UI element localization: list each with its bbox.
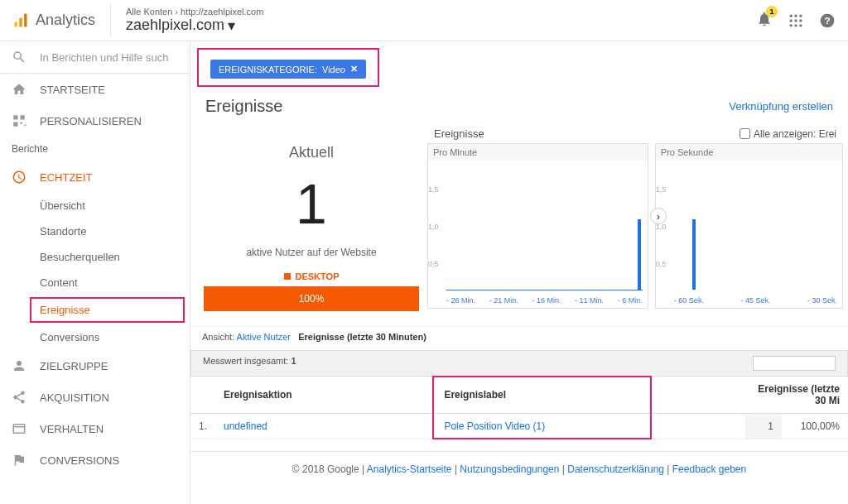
svg-point-9 — [790, 24, 793, 26]
create-link-label: Verknüpfung erstellen — [729, 100, 833, 113]
svg-text:+: + — [23, 122, 26, 129]
account-selector[interactable]: Alle Konten › http://zaehlpixel.com zaeh… — [126, 7, 263, 35]
events-table: Ereignisaktion Ereignislabel Ereignisse … — [190, 377, 848, 439]
table-search-input[interactable] — [753, 356, 836, 371]
row-label-link[interactable]: Pole Position Video (1) — [444, 420, 545, 432]
footer-link-feedback[interactable]: Feedback geben — [672, 463, 746, 475]
view-events-30-label: Ereignisse (letzte 30 Minuten) — [298, 332, 426, 342]
view-active-users-link[interactable]: Aktive Nutzer — [237, 332, 291, 342]
show-all-checkbox[interactable]: Alle anzeigen: Erei — [740, 127, 836, 140]
person-icon — [12, 358, 26, 373]
device-legend-label: DESKTOP — [296, 271, 340, 281]
nav-sub-besucherquellen[interactable]: Besucherquellen — [0, 244, 190, 270]
filter-chip-value: Video — [322, 65, 345, 74]
footer-link-privacy[interactable]: Datenschutzerklärung — [567, 463, 664, 475]
search-placeholder: In Berichten und Hilfe such — [40, 51, 168, 64]
nav-verhalten[interactable]: VERHALTEN — [0, 413, 190, 444]
nav-sub-uebersicht[interactable]: Übersicht — [0, 193, 190, 218]
help-icon[interactable]: ? — [819, 12, 836, 29]
realtime-panels: Aktuell 1 aktive Nutzer auf der Website … — [190, 119, 848, 326]
breadcrumb-all-accounts[interactable]: Alle Konten — [126, 7, 172, 17]
svg-point-11 — [799, 24, 802, 26]
flag-icon — [12, 453, 26, 468]
view-selector-row: Ansicht: Aktive Nutzer Ereignisse (letzt… — [190, 326, 848, 347]
chart-per-second: Pro Sekunde 1,5 1,0 0,5 - 60 Sek. - 45 S… — [655, 143, 843, 309]
legend-swatch — [284, 273, 291, 280]
nav-echtzeit[interactable]: ECHTZEIT — [0, 161, 190, 193]
nav-sub-standorte[interactable]: Standorte — [0, 218, 190, 244]
y-tick: 0,5 — [656, 260, 667, 268]
chart-per-second-title: Pro Sekunde — [656, 144, 842, 161]
property-name-text: zaehlpixel.com — [126, 17, 224, 34]
nav-personalisieren-label: PERSONALISIEREN — [40, 115, 142, 127]
svg-point-3 — [790, 14, 793, 17]
charts-title: Ereignisse — [434, 127, 484, 140]
device-bar: 100% — [204, 286, 419, 311]
x-tick: - 6 Min. — [618, 296, 643, 305]
chart1-xaxis: - 26 Min. - 21 Min. - 16 Min. - 11 Min. … — [446, 296, 643, 305]
y-tick: 0,5 — [428, 260, 439, 268]
chart-bar — [638, 219, 641, 290]
chart-per-minute: Pro Minute 1,5 1,0 0,5 - 26 Min. - 21 Mi… — [427, 143, 648, 309]
show-all-input[interactable] — [740, 128, 750, 139]
sidebar-search[interactable]: In Berichten und Hilfe such — [0, 41, 190, 74]
apps-icon[interactable] — [788, 12, 804, 29]
search-icon — [12, 50, 26, 65]
aktuell-label: Aktuell — [204, 144, 419, 161]
nav-zielgruppe[interactable]: ZIELGRUPPE — [0, 350, 190, 382]
svg-rect-17 — [21, 122, 22, 124]
x-tick: - 21 Min. — [489, 296, 518, 305]
nav-sub-conversions[interactable]: Conversions — [0, 324, 190, 350]
col-action[interactable]: Ereignisaktion — [215, 377, 434, 414]
ga-logo[interactable]: Analytics — [12, 12, 95, 29]
dashboard-icon: + — [12, 113, 26, 128]
row-count: 1 — [745, 413, 782, 439]
nav-conversions[interactable]: CONVERSIONS — [0, 444, 190, 476]
col-label[interactable]: Ereignislabel — [442, 389, 508, 401]
row-action-link[interactable]: undefined — [224, 420, 267, 432]
svg-rect-2 — [24, 13, 26, 26]
nav-startseite[interactable]: STARTSEITE — [0, 74, 190, 105]
nav-akquisition-label: AKQUISITION — [40, 391, 109, 404]
y-tick: 1,5 — [428, 185, 439, 194]
filter-chip[interactable]: EREIGNISKATEGORIE: Video ✕ — [210, 60, 366, 79]
create-link-button[interactable]: Verknüpfung erstellen — [729, 100, 833, 113]
col-events[interactable]: Ereignisse (letzte 30 Mi — [745, 377, 848, 414]
table-row: 1. undefined Pole Position Video (1) 1 1… — [190, 413, 848, 439]
y-tick: 1,0 — [428, 223, 439, 231]
notifications-button[interactable]: 1 — [756, 11, 773, 30]
active-users-subtext: aktive Nutzer auf der Website — [204, 247, 419, 258]
breadcrumb-property[interactable]: http://zaehlpixel.com — [181, 7, 263, 17]
footer-copyright: © 2018 Google — [292, 463, 359, 475]
col-label-wrap: Ereignislabel — [434, 377, 745, 414]
app-header: Analytics Alle Konten › http://zaehlpixe… — [0, 0, 848, 41]
nav-verhalten-label: VERHALTEN — [40, 423, 104, 435]
close-icon[interactable]: ✕ — [350, 64, 358, 74]
filter-chip-key: EREIGNISKATEGORIE: — [219, 65, 317, 74]
events-charts-panel: Ereignisse Alle anzeigen: Erei Pro Minut… — [427, 127, 843, 318]
show-all-label: Alle anzeigen: Erei — [754, 128, 836, 140]
chart-expand-button[interactable]: › — [650, 208, 667, 224]
property-name[interactable]: zaehlpixel.com ▾ — [126, 17, 263, 35]
active-users-panel: Aktuell 1 aktive Nutzer auf der Website … — [195, 127, 427, 318]
x-tick: - 60 Sek. — [674, 296, 704, 305]
svg-text:?: ? — [824, 15, 830, 26]
svg-point-5 — [799, 14, 802, 17]
svg-rect-15 — [21, 115, 25, 119]
footer-link-terms[interactable]: Nutzungsbedingungen — [460, 463, 559, 475]
view-label: Ansicht: — [202, 332, 234, 342]
page-title: Ereignisse — [205, 97, 282, 116]
col-index — [190, 377, 215, 414]
nav-akquisition[interactable]: AKQUISITION — [0, 382, 190, 413]
nav-sub-content[interactable]: Content — [0, 270, 190, 295]
nav-personalisieren[interactable]: + PERSONALISIEREN — [0, 105, 190, 137]
header-divider — [110, 4, 111, 37]
home-icon — [12, 82, 26, 97]
svg-rect-14 — [13, 115, 17, 119]
sidebar: In Berichten und Hilfe such STARTSEITE +… — [0, 41, 190, 504]
nav-sub-ereignisse[interactable]: Ereignisse — [30, 297, 185, 323]
charts-header: Ereignisse Alle anzeigen: Erei — [427, 127, 843, 143]
row-label-highlight: Pole Position Video (1) — [442, 420, 547, 432]
main-content: EREIGNISKATEGORIE: Video ✕ Ereignisse Ve… — [190, 41, 848, 504]
footer-link-home[interactable]: Analytics-Startseite — [367, 463, 452, 475]
